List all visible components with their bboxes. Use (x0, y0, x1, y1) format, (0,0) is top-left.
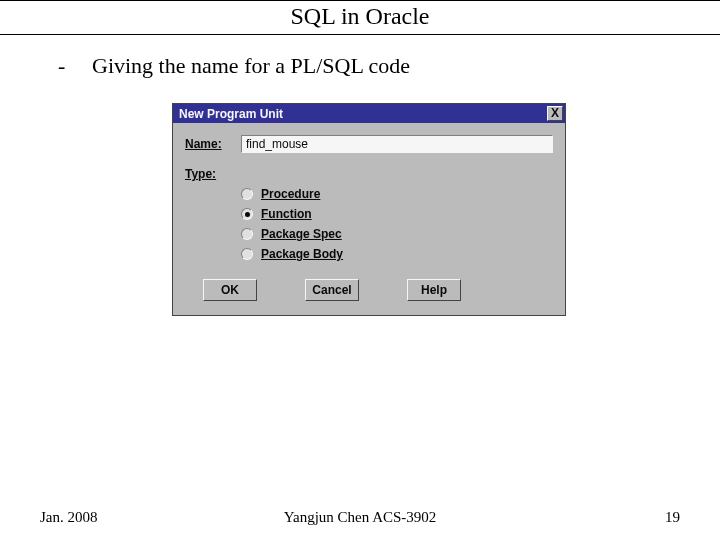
dialog-titlebar: New Program Unit X (173, 104, 565, 123)
new-program-unit-dialog: New Program Unit X Name: find_mouse Type… (172, 103, 566, 316)
footer-page: 19 (492, 509, 680, 526)
radio-function[interactable]: Function (241, 207, 553, 221)
radio-label: Procedure (261, 187, 320, 201)
radio-package-spec[interactable]: Package Spec (241, 227, 553, 241)
help-button[interactable]: Help (407, 279, 461, 301)
radio-icon (241, 188, 253, 200)
type-label: Type: (185, 167, 216, 181)
name-input[interactable]: find_mouse (241, 135, 553, 153)
footer-date: Jan. 2008 (40, 509, 228, 526)
radio-icon (241, 208, 253, 220)
radio-label: Function (261, 207, 312, 221)
bullet-text: Giving the name for a PL/SQL code (92, 53, 410, 79)
bullet-marker: - (58, 53, 72, 79)
dialog-title: New Program Unit (179, 107, 283, 121)
footer-center: Yangjun Chen ACS-3902 (228, 509, 492, 526)
radio-icon (241, 228, 253, 240)
cancel-button[interactable]: Cancel (305, 279, 359, 301)
slide-footer: Jan. 2008 Yangjun Chen ACS-3902 19 (0, 509, 720, 526)
ok-button[interactable]: OK (203, 279, 257, 301)
radio-icon (241, 248, 253, 260)
slide-title: SQL in Oracle (0, 0, 720, 35)
radio-procedure[interactable]: Procedure (241, 187, 553, 201)
close-icon[interactable]: X (547, 106, 563, 121)
name-label: Name: (185, 137, 241, 151)
radio-label: Package Body (261, 247, 343, 261)
radio-label: Package Spec (261, 227, 342, 241)
radio-package-body[interactable]: Package Body (241, 247, 553, 261)
